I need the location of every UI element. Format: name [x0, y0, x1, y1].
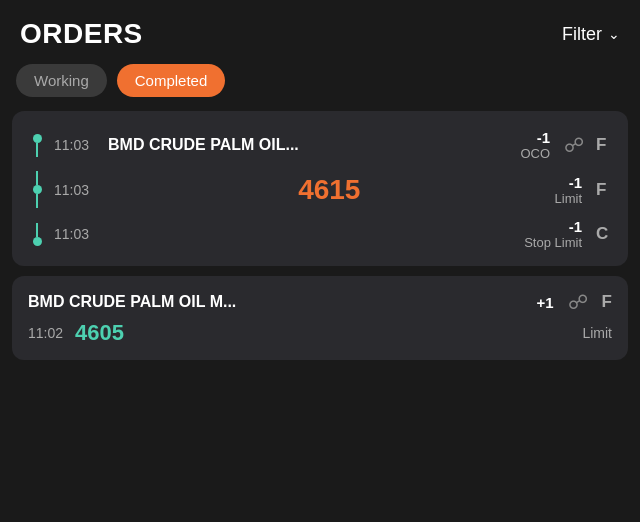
- page-title: ORDERS: [20, 18, 143, 50]
- orders-list: 11:03 BMD CRUDE PALM OIL... -1 OCO ☍ F 1…: [0, 111, 640, 360]
- filter-button[interactable]: Filter ⌄: [562, 24, 620, 45]
- tab-bar: Working Completed: [0, 64, 640, 111]
- bookmark-icon[interactable]: ☍: [564, 133, 584, 157]
- order-card[interactable]: 11:03 BMD CRUDE PALM OIL... -1 OCO ☍ F 1…: [12, 111, 628, 266]
- order-quantity: -1: [569, 174, 582, 191]
- order-quantity: -1: [569, 218, 582, 235]
- status-letter: F: [602, 292, 612, 312]
- tab-working[interactable]: Working: [16, 64, 107, 97]
- order-time: 11:03: [54, 226, 104, 242]
- order-name: BMD CRUDE PALM OIL...: [108, 136, 520, 154]
- status-letter: F: [596, 135, 612, 155]
- status-letter: C: [596, 224, 612, 244]
- order-type: Limit: [555, 191, 582, 206]
- timeline-dot: [33, 185, 42, 194]
- order-card[interactable]: BMD CRUDE PALM OIL M... +1 ☍ F 11:02 460…: [12, 276, 628, 360]
- order-price: 4615: [104, 174, 555, 206]
- timeline-line: [36, 223, 38, 237]
- order-time: 11:02: [28, 325, 63, 341]
- bookmark-icon[interactable]: ☍: [568, 290, 588, 314]
- order-type: Limit: [582, 325, 612, 341]
- chevron-down-icon: ⌄: [608, 26, 620, 42]
- page-header: ORDERS Filter ⌄: [0, 0, 640, 64]
- order-name: BMD CRUDE PALM OIL M...: [28, 293, 236, 311]
- order-type: Stop Limit: [524, 235, 582, 250]
- timeline-line: [36, 194, 38, 208]
- timeline-dot: [33, 134, 42, 143]
- timeline-dot: [33, 237, 42, 246]
- status-letter: F: [596, 180, 612, 200]
- order-time: 11:03: [54, 137, 104, 153]
- order-quantity: +1: [537, 294, 554, 311]
- tab-completed[interactable]: Completed: [117, 64, 226, 97]
- timeline-line: [36, 171, 38, 185]
- order-quantity: -1: [537, 129, 550, 146]
- filter-label: Filter: [562, 24, 602, 45]
- order-type: OCO: [520, 146, 550, 161]
- order-time: 11:03: [54, 182, 104, 198]
- order-price: 4605: [75, 320, 124, 346]
- timeline-line: [36, 143, 38, 157]
